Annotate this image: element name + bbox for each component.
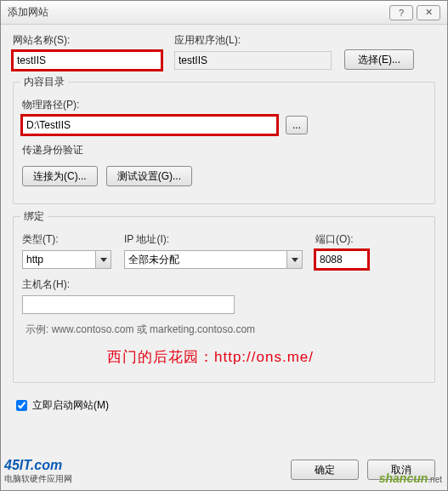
passthrough-auth-label: 传递身份验证 [22,143,426,157]
logo-shancun-suffix: .net [428,475,442,484]
help-button[interactable]: ? [389,5,413,20]
site-name-label: 网站名称(S): [13,33,166,48]
start-now-checkbox[interactable] [16,400,27,411]
apppool-field: testIIS [174,51,332,70]
dialog-title: 添加网站 [8,5,48,20]
logo-45it-sub: 电脑软硬件应用网 [4,474,72,483]
ip-label: IP 地址(I): [124,232,307,247]
binding-title: 绑定 [20,209,48,224]
physical-path-label: 物理路径(P): [22,98,426,112]
select-apppool-button[interactable]: 选择(E)... [344,49,414,70]
ip-value: 全部未分配 [128,253,179,267]
logo-45it-brand: 45IT.com [4,458,62,472]
connect-as-button[interactable]: 连接为(C)... [22,166,98,186]
test-settings-button[interactable]: 测试设置(G)... [106,166,192,186]
physical-path-input[interactable] [22,116,277,134]
titlebar: 添加网站 ? ✕ [1,1,447,25]
logo-shancun: shancun.net [379,471,442,485]
binding-group: 绑定 类型(T): http IP 地址(I): 全部未分配 [13,216,435,383]
start-now-label: 立即启动网站(M) [32,398,109,413]
type-value: http [26,254,43,265]
ip-combo[interactable]: 全部未分配 [124,250,303,269]
dialog-content: 网站名称(S): 应用程序池(L): testIIS 选择(E)... 内容目录… [1,25,447,413]
add-website-dialog: 添加网站 ? ✕ 网站名称(S): 应用程序池(L): testIIS 选择(E… [0,0,448,491]
host-input[interactable] [22,295,235,314]
host-example-text: 示例: www.contoso.com 或 marketing.contoso.… [26,323,426,337]
watermark-text: 西门的后花园：http://ons.me/ [107,347,426,367]
content-directory-group: 内容目录 物理路径(P): ... 传递身份验证 连接为(C)... 测试设置(… [13,82,435,204]
chevron-down-icon [95,251,111,268]
port-label: 端口(O): [315,232,375,247]
port-input[interactable] [315,250,368,269]
apppool-label: 应用程序池(L): [174,33,336,48]
content-directory-title: 内容目录 [20,75,68,89]
browse-path-button[interactable]: ... [286,116,308,134]
ellipsis-icon: ... [292,119,301,131]
type-combo[interactable]: http [22,250,111,269]
logo-shancun-brand: shancun [379,471,428,485]
start-now-row: 立即启动网站(M) [16,398,435,413]
host-label: 主机名(H): [22,277,426,292]
close-button[interactable]: ✕ [417,5,440,20]
titlebar-buttons: ? ✕ [389,5,440,20]
type-label: 类型(T): [22,232,116,247]
logo-45it: 45IT.com 电脑软硬件应用网 [4,458,72,485]
site-name-input[interactable] [13,51,162,70]
ok-button[interactable]: 确定 [291,460,359,480]
chevron-down-icon [286,251,302,268]
